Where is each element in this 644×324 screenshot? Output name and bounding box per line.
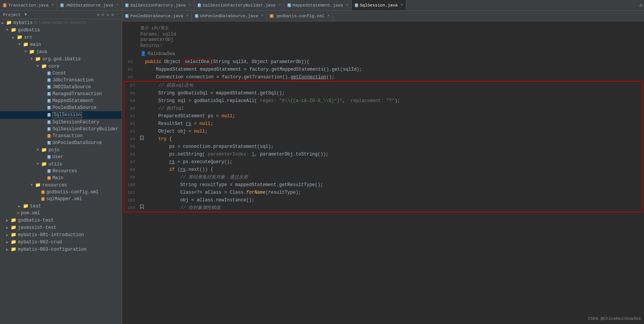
line-num-89: 89 [124,97,138,105]
tree-godbatis-config[interactable]: ▶ x godbatis-config.xml [0,189,122,196]
tab-unpooled[interactable]: C UnPooledDataSource.java × [192,11,267,21]
tree-java[interactable]: ▼ 📁 java [0,48,122,55]
class-icon-sqlsessionfactory: C [47,120,51,124]
tree-transaction[interactable]: ▶ I Transaction [0,133,122,139]
close-tab-unpooled[interactable]: × [261,14,263,18]
sidebar-icon-sort[interactable]: ⇅ [106,12,109,17]
tab-label-jndi: JNDIDataSource.java [65,3,113,8]
tab-sqlsession[interactable]: C SqlSession.java × [352,0,406,11]
tree-mybatis002[interactable]: ▶ 📁 mybatis-002-crud [0,238,122,246]
tree-unpooled[interactable]: ▶ C UnPooledDataSource [0,139,122,146]
tree-utils[interactable]: ▼ 📁 utils [0,160,122,168]
tree-main2[interactable]: ▶ m Main [0,175,122,181]
tree-label-transaction: Transaction [52,133,82,139]
code-line-103: 103 // 给对象属性赋值 [124,204,642,212]
class-icon-sqlsessionfactorybuilder: C [47,127,51,131]
line-num-103: 103 [124,204,138,212]
folder-icon-godbatis: 📁 [11,27,16,33]
tree-test[interactable]: ▶ 📁 test [0,202,122,210]
tree-label-sqlsessionfactorybuilder: SqlSessionFactoryBuilder [52,126,118,132]
tree-pojo[interactable]: ▼ 📁 pojo [0,146,122,154]
close-tab-sqlsession[interactable]: × [401,3,403,7]
code-line-102: 102 obj = aClass.newInstance(); [124,196,642,204]
tree-pom[interactable]: ▶ m pom.xml [0,210,122,217]
close-tab-transaction[interactable]: × [52,3,54,7]
tree-managedtransaction[interactable]: ▶ C ManagedTransaction [0,91,122,97]
tree-pooled[interactable]: ▶ C PooledDataSource [0,104,122,111]
tree-resources-folder[interactable]: ▼ 📁 resources [0,181,122,189]
tab-godbatis-config[interactable]: x godbatis-config.xml × [267,11,333,21]
line-content-100: String resultType = mappedStatement.getR… [146,181,642,189]
sidebar-icon-layout[interactable]: ⊟ [102,12,105,17]
class-icon-pooled: C [47,106,51,110]
tree-label-java: java [36,49,47,55]
close-tab-config[interactable]: × [327,14,330,18]
sidebar-icon-settings[interactable]: ⚙ [111,12,114,17]
tab-sqlsessionfactory[interactable]: C SqlSessionFactory.java × [122,0,195,11]
close-tab-sqlsessionfactory[interactable]: × [189,3,191,7]
folder-icon-src: 📁 [17,34,23,40]
tree-sqlsessionfactory[interactable]: ▶ C SqlSessionFactory [0,119,122,126]
close-tab-jndi[interactable]: × [116,3,119,7]
arrow-core: ▼ [37,64,41,68]
tree-org[interactable]: ▼ 📁 org.god.ibatis [0,55,122,63]
tree-sqlsessionfactorybuilder[interactable]: ▶ C SqlSessionFactoryBuilder [0,126,122,133]
tree-label-user: User [52,154,63,160]
tab-icon-sqlsessionfactorybuilder: C [198,3,201,7]
tree-label-managed: ManagedTransaction [52,91,102,97]
tab-pooleddatasource[interactable]: C PooledDataSource.java × [122,11,192,21]
class-icon-resources: C [47,169,51,173]
tree-main[interactable]: ▼ 📁 main [0,41,122,48]
line-num-91: 91 [124,112,138,120]
svg-marker-1 [140,205,143,209]
tree-jdbctransaction[interactable]: ▶ C JdbcTransaction [0,77,122,84]
tree-label-utils: utils [48,162,62,167]
tree-label-pooled: PooledDataSource [52,105,96,110]
tree-mybatis003[interactable]: ▶ 📁 mybatis-003-configuration [0,246,122,253]
tree-mybatis001[interactable]: ▶ 📁 mybatis-001-introduction [0,231,122,238]
sidebar-header: Project ▼ ⊕ ⊟ ⇅ ⚙ − [0,11,122,19]
tab-jndi[interactable]: C JNDIDataSource.java × [57,0,122,11]
tree-label-jndi: JNDIDataSource [52,84,91,90]
code-line-95: 95 ps = connection.prepareStatement(sql)… [124,143,642,151]
tab-mappedstatement[interactable]: C MappedStatement.java × [284,0,351,11]
tree-mappedstatement[interactable]: ▶ C MappedStatement [0,97,122,104]
code-line-87: 87 // 获取sql语句 [124,82,642,89]
code-editor: C PooledDataSource.java × C UnPooledData… [122,11,644,324]
folder-icon-main: 📁 [23,42,29,47]
tree-sqlmapper[interactable]: ▶ x sqlMapper.xml [0,196,122,202]
sidebar-icon-add[interactable]: ⊕ [97,12,100,17]
watermark-text: CSDN @ChinaRainbowSea [588,316,641,321]
arrow-java: ▼ [24,50,29,54]
tab-transaction[interactable]: I Transaction.java × [0,0,57,11]
tree-label-src: src [24,35,32,40]
code-line-100: 100 String resultType = mappedStatement.… [124,181,642,189]
tree-root[interactable]: ▶ 📁 mybatis E:\Java\mybatis\mybatis [0,19,122,26]
tree-core[interactable]: ▼ 📁 core [0,63,122,70]
tree-godbatis-test[interactable]: ▶ 📁 godbatis-test [0,217,122,224]
tree-godbatis[interactable]: ▼ 📁 godbatis [0,26,122,34]
tree-label-sqlmapper: sqlMapper.xml [46,196,82,202]
tab-sqlsessionfactorybuilder[interactable]: C SqlSessionFactoryBuilder.java × [195,0,285,11]
tree-jndi[interactable]: ▶ C JNDIDataSource [0,84,122,91]
tree-user[interactable]: ▶ C User [0,154,122,160]
close-tab-mappedstatement[interactable]: × [346,3,348,7]
tab-label-transaction: Transaction.java [8,3,48,8]
author-icon: 👤 [140,51,146,57]
code-scroll-area[interactable]: 显示 1列/英文 Params: sqlId parameterObj Retu… [122,21,644,324]
line-num-92: 92 [124,120,138,128]
line-num-97: 97 [124,158,138,166]
sidebar-dropdown-icon[interactable]: ▼ [24,13,27,17]
tree-label-main2: Main [52,175,63,181]
folder-icon-test: 📁 [23,203,29,209]
tree-src[interactable]: ▶ 📁 src [0,34,122,41]
sidebar-icon-close[interactable]: − [116,12,119,17]
tree-const[interactable]: ▶ C Const [0,70,122,77]
close-tab-pooled[interactable]: × [186,14,188,18]
tree-javassist-test[interactable]: ▶ 📁 javassist-test [0,224,122,231]
close-tab-sqlsessionfactorybuilder[interactable]: × [279,3,281,7]
returns-line: Returns: [122,42,644,50]
arrow-mybatis: ▶ [2,21,6,25]
tree-sqlsession[interactable]: ▶ C SqlSession [0,111,122,119]
tree-resources[interactable]: ▶ C Resources [0,168,122,175]
